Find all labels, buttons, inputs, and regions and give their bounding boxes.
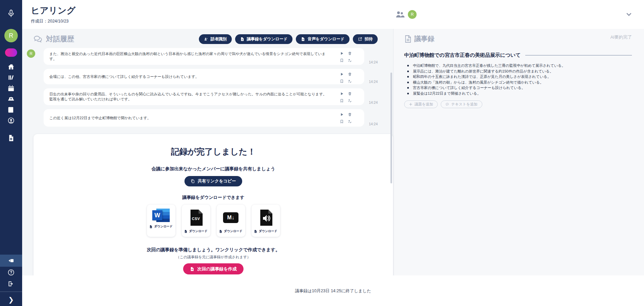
- collapse-header-chevron-icon[interactable]: [625, 11, 633, 18]
- play-icon[interactable]: [339, 51, 344, 56]
- audio-file-icon: [259, 208, 272, 227]
- edit-speaker-icon[interactable]: [347, 58, 352, 63]
- create-next-minutes-button[interactable]: 次回の議事録を作成: [183, 263, 244, 274]
- library-icon[interactable]: [0, 72, 22, 83]
- download-minutes-button[interactable]: 議事録をダウンロード: [235, 34, 293, 44]
- minutes-pane: 議事録 AI要約完了 中泊町博物館での宮古市正春の美術品展示について 中泊町博物…: [393, 29, 644, 275]
- copy-share-link-button[interactable]: 共有リンクをコピー: [184, 176, 242, 186]
- minutes-actions: 議題を追加 テキストを追加: [404, 100, 632, 108]
- bookmark-icon[interactable]: [339, 119, 344, 124]
- play-icon[interactable]: [339, 72, 344, 77]
- dialogue-header: 対話履歴 話者識別 議事録をダウンロード 音声をダウンロード 招待: [34, 33, 378, 45]
- minutes-title-group: 議事録: [404, 34, 434, 43]
- sidebar-bottom: ❯: [0, 255, 22, 306]
- minutes-title: 議事録: [414, 34, 434, 43]
- expand-sidebar-chevron-icon[interactable]: ❯: [0, 293, 22, 306]
- bookmark-icon[interactable]: [339, 98, 344, 103]
- message-actions: [339, 72, 352, 84]
- calendar-icon[interactable]: [0, 83, 22, 94]
- message-timestamp: 14:24: [364, 60, 378, 65]
- help-icon[interactable]: [0, 267, 22, 278]
- page-title: ヒアリング: [31, 5, 75, 16]
- meeting-info: ヒアリング 作成日：2024/10/23: [31, 5, 75, 24]
- bullet-item: 展覧会は12月22日まで開催されている。: [404, 91, 632, 96]
- scrollbar-thumb[interactable]: [390, 73, 392, 183]
- speaker-avatar[interactable]: R: [27, 49, 35, 58]
- sidebar-user-avatar[interactable]: R: [4, 29, 18, 42]
- speaker-identify-button[interactable]: 話者識別: [199, 34, 232, 44]
- team-icon[interactable]: [0, 94, 22, 104]
- new-file-icon: [190, 267, 195, 271]
- main-content: 対話履歴 話者識別 議事録をダウンロード 音声をダウンロード 招待: [22, 29, 644, 275]
- minutes-document-icon: [404, 35, 412, 43]
- message-bubble[interactable]: また、雅治と親交のあった近代日本画の巨匠横山大観の漁村の朝という日本画から感じた…: [44, 48, 364, 65]
- minutes-topic-title: 中泊町博物館での宮古市正春の美術品展示について: [404, 52, 521, 58]
- home-icon[interactable]: [0, 61, 22, 72]
- footer: 議事録は10月23日 14:25に終了しました: [22, 275, 644, 306]
- message-actions: [339, 91, 352, 103]
- user-avatar[interactable]: R: [408, 10, 417, 19]
- delete-icon[interactable]: [347, 112, 352, 117]
- message-text: この近く展は12月22日まで中止町博物館で開かれています。: [49, 116, 151, 121]
- download-icon: [219, 230, 222, 233]
- message-bubble[interactable]: 日生の出来事や身の回りの愛用品、そういったものを関心に読み込んでいるんですね。今…: [44, 88, 364, 105]
- delete-icon[interactable]: [347, 72, 352, 77]
- new-file-icon[interactable]: [0, 133, 22, 143]
- completion-card: 記録が完了しました！ 会議に参加出来なかったメンバーに議事録を共有しましょう 共…: [34, 134, 393, 284]
- bookmark-icon[interactable]: [339, 79, 344, 84]
- next-minutes-note: （この議事録を元に議事録が作成されます）: [34, 255, 393, 260]
- dialogue-title: 対話履歴: [46, 34, 74, 44]
- dialogue-title-group: 対話履歴: [34, 34, 74, 44]
- ai-summary-status: AI要約完了: [610, 34, 632, 40]
- message-timestamp: 14:24: [364, 100, 378, 105]
- account-icon[interactable]: [0, 115, 22, 126]
- message-bubble[interactable]: 会場には、この他、宮古市家の襖について詳しく紹介するコーナーも設けられています。: [44, 69, 364, 84]
- delete-icon[interactable]: [347, 51, 352, 56]
- download-hint: 議事録をダウンロードできます: [34, 194, 393, 201]
- comment-icon: [445, 102, 449, 106]
- delete-icon[interactable]: [347, 91, 352, 96]
- markdown-file-icon: M↓: [223, 208, 238, 227]
- video-recording-icon[interactable]: [0, 255, 22, 267]
- minutes-header: 議事録 AI要約完了: [404, 34, 632, 43]
- sidebar-nav: [0, 61, 22, 143]
- download-markdown-tile[interactable]: M↓ ダウンロード: [217, 205, 245, 237]
- edit-speaker-icon[interactable]: [347, 119, 352, 124]
- download-icon: [149, 225, 153, 228]
- edit-speaker-icon[interactable]: [347, 98, 352, 103]
- download-icon: [254, 230, 257, 233]
- play-icon[interactable]: [339, 91, 344, 96]
- message-bubble[interactable]: この近く展は12月22日まで中止町博物館で開かれています。: [44, 109, 364, 127]
- add-topic-chip[interactable]: 議題を追加: [404, 100, 438, 108]
- download-icon: [184, 230, 187, 233]
- message-actions: [339, 51, 352, 63]
- participants-icon[interactable]: [395, 10, 405, 19]
- csv-file-icon: CSV: [189, 208, 203, 227]
- download-audio-button[interactable]: 音声をダウンロード: [296, 34, 350, 44]
- topic-underline: [525, 55, 632, 55]
- download-csv-tile[interactable]: CSV ダウンロード: [182, 205, 210, 237]
- bullet-item: 横山大観の「漁村の朝」からは、漁村の風景がシチゴン絶句で描かれている。: [404, 80, 632, 85]
- bullet-item: 中泊町博物館で、九代目当主の宮古市正春が残した三冊の監視中が初めて展示されている…: [404, 63, 632, 69]
- message-timestamp: 14:24: [364, 122, 378, 127]
- message-row: 会場には、この他、宮古市家の襖について詳しく紹介するコーナーも設けられています。…: [27, 69, 378, 84]
- logout-icon[interactable]: [0, 278, 22, 290]
- microphone-icon[interactable]: [0, 7, 22, 20]
- notebook-icon[interactable]: [0, 104, 22, 115]
- next-minutes-hint: 次回の議事録を準備しましょう。ワンクリックで作成できます。: [34, 247, 393, 253]
- download-word-tile[interactable]: W ダウンロード: [147, 205, 175, 237]
- message-row: 日生の出来事や身の回りの愛用品、そういったものを関心に読み込んでいるんですね。今…: [27, 88, 378, 105]
- topbar-right: R: [395, 10, 633, 19]
- invite-button[interactable]: 招待: [353, 34, 378, 44]
- word-file-icon: W: [152, 208, 170, 223]
- download-tiles: W ダウンロード CSV ダウンロード M↓ ダウンロード: [34, 205, 393, 237]
- recording-status-pill[interactable]: [5, 48, 17, 57]
- topbar: ヒアリング 作成日：2024/10/23 R: [22, 0, 644, 29]
- bookmark-icon[interactable]: [339, 58, 344, 63]
- download-audio-tile[interactable]: ダウンロード: [252, 205, 280, 237]
- sidebar-divider: [0, 292, 22, 292]
- edit-speaker-icon[interactable]: [347, 79, 352, 84]
- play-icon[interactable]: [339, 112, 344, 117]
- add-text-chip[interactable]: テキストを追加: [441, 100, 482, 108]
- copy-icon: [191, 179, 195, 183]
